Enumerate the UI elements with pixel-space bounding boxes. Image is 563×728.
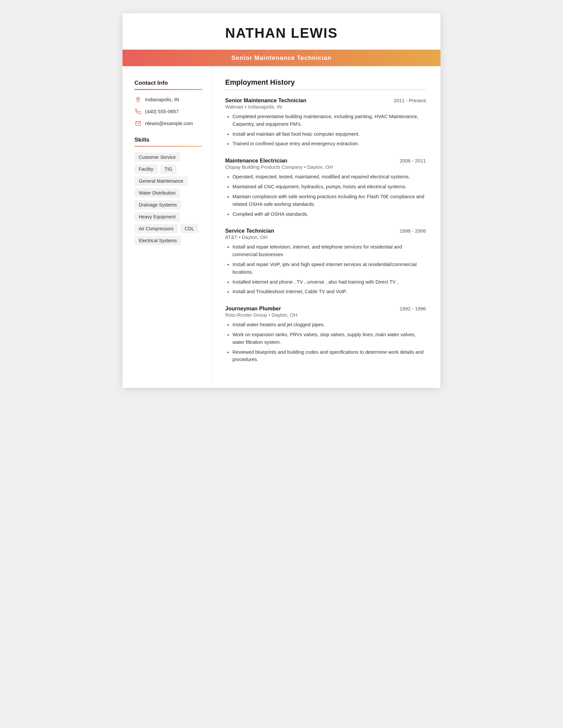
job-header: Service Technician1996 - 2006: [225, 228, 426, 234]
skill-tag: General Maintenance: [134, 176, 188, 186]
job-bullet: Installed internet and phone , TV , unve…: [232, 278, 426, 286]
skill-tag: Customer Service: [134, 153, 180, 162]
job-bullets: Completed preventative building maintena…: [225, 113, 426, 148]
job-company: Clopay Building Products Company • Dayto…: [225, 164, 426, 170]
candidate-name: NATHAN LEWIS: [122, 25, 441, 41]
skill-tag: CDL: [180, 224, 198, 233]
job-list: Senior Maintenance Technician2011 - Pres…: [225, 97, 426, 363]
job-company: AT&T • Dayton, OH: [225, 235, 426, 240]
job-bullet: Maintain compliance with safe working pr…: [232, 193, 426, 208]
job-title: Service Technician: [225, 228, 274, 234]
job-title: Maintenance Electrician: [225, 158, 288, 164]
employment-section-title: Employment History: [225, 78, 426, 87]
location-text: Indianapolis, IN: [145, 97, 179, 102]
job-entry: Maintenance Electrician2006 - 2011Clopay…: [225, 158, 426, 218]
svg-point-0: [137, 98, 139, 99]
job-entry: Journeyman Plumber1992 - 1996Roto-Rooter…: [225, 305, 426, 363]
title-bar: Senior Maintenance Technician: [122, 50, 441, 66]
resume-body: Contact Info Indianapolis, IN (440): [122, 66, 441, 388]
job-bullets: Install water heaters and jet clogged pi…: [225, 321, 426, 363]
job-title: Senior Maintenance Technician: [225, 97, 306, 104]
skills-section-title: Skills: [134, 136, 202, 143]
job-company: Walmart • Indianapolis, IN: [225, 104, 426, 110]
candidate-title: Senior Maintenance Technician: [231, 54, 332, 61]
job-bullet: Install and repair VoIP, iptv and high s…: [232, 261, 426, 276]
job-company: Roto-Rooter Group • Dayton, OH: [225, 312, 426, 318]
job-bullet: Install and repair television, internet,…: [232, 243, 426, 258]
job-bullet: Completed preventative building maintena…: [232, 113, 426, 128]
job-bullets: Install and repair television, internet,…: [225, 243, 426, 296]
job-entry: Service Technician1996 - 2006AT&T • Dayt…: [225, 228, 426, 296]
job-bullet: Install and maintain all fast food hvac …: [232, 130, 426, 138]
contact-divider: [134, 89, 202, 90]
resume-page: NATHAN LEWIS Senior Maintenance Technici…: [122, 13, 441, 388]
job-bullet: Reviewed blueprints and building codes a…: [232, 348, 426, 364]
skill-tag: Drainage Systems: [134, 200, 181, 209]
job-bullet: Trained in confined space entry and emer…: [232, 140, 426, 148]
skill-tag: Facility: [134, 164, 158, 174]
skill-tag: TIG: [160, 164, 176, 174]
job-entry: Senior Maintenance Technician2011 - Pres…: [225, 97, 426, 148]
sidebar: Contact Info Indianapolis, IN (440): [122, 66, 212, 388]
skill-tags-container: Customer ServiceFacilityTIGGeneral Maint…: [134, 153, 202, 245]
resume-header: NATHAN LEWIS: [122, 13, 441, 47]
job-bullet: Maintained all CNC equipment, hydraulics…: [232, 183, 426, 191]
contact-phone: (440) 555-0657: [134, 108, 202, 115]
job-bullet: Work on expansion tanks, PRVs valves, st…: [232, 331, 426, 346]
job-dates: 1992 - 1996: [400, 306, 426, 311]
main-content: Employment History Senior Maintenance Te…: [212, 66, 441, 388]
job-header: Senior Maintenance Technician2011 - Pres…: [225, 97, 426, 104]
contact-section-title: Contact Info: [134, 79, 202, 86]
skill-tag: Heavy Equipment: [134, 212, 180, 221]
skills-divider: [134, 146, 202, 147]
job-dates: 2006 - 2011: [400, 158, 426, 163]
location-icon: [134, 96, 142, 103]
skill-tag: Air Compressors: [134, 224, 178, 233]
job-bullet: Install and Troubleshoot Internet, Cable…: [232, 288, 426, 296]
skills-section: Skills Customer ServiceFacilityTIGGenera…: [134, 136, 202, 246]
job-header: Journeyman Plumber1992 - 1996: [225, 305, 426, 312]
job-dates: 2011 - Present: [394, 98, 426, 103]
job-bullets: Operated, inspected, tested, maintained,…: [225, 173, 426, 218]
job-bullet: Install water heaters and jet clogged pi…: [232, 321, 426, 329]
employment-divider: [225, 89, 426, 90]
contact-location: Indianapolis, IN: [134, 96, 202, 103]
job-bullet: Complied with all OSHA standards.: [232, 210, 426, 218]
email-text: nlewis@example.com: [145, 121, 193, 126]
phone-icon: [134, 108, 142, 115]
skill-tag: Electrical Systems: [134, 236, 181, 245]
phone-text: (440) 555-0657: [145, 109, 179, 114]
job-header: Maintenance Electrician2006 - 2011: [225, 158, 426, 164]
skill-tag: Water Distribution: [134, 188, 180, 198]
contact-email: nlewis@example.com: [134, 120, 202, 127]
job-title: Journeyman Plumber: [225, 305, 281, 312]
job-dates: 1996 - 2006: [400, 228, 426, 234]
email-icon: [134, 120, 142, 127]
job-bullet: Operated, inspected, tested, maintained,…: [232, 173, 426, 181]
